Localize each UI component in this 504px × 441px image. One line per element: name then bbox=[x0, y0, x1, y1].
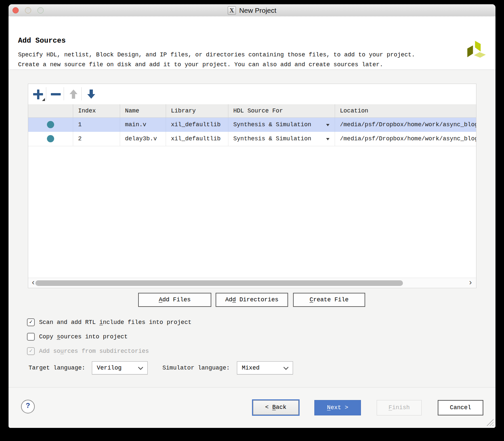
xilinx-logo-icon bbox=[465, 41, 486, 61]
cell-library[interactable]: xil_defaultlib bbox=[166, 132, 228, 146]
table-row[interactable]: 2 delay3b.v xil_defaultlib Synthesis & S… bbox=[28, 132, 476, 146]
wizard-header: Add Sources Specify HDL, netlist, Block … bbox=[9, 16, 495, 70]
cell-index: 1 bbox=[73, 118, 120, 132]
simulator-language-label: Simulator language: bbox=[162, 361, 230, 374]
verilog-file-icon bbox=[47, 135, 54, 142]
page-description-line1: Specify HDL, netlist, Block Design, and … bbox=[18, 50, 415, 60]
scroll-right-icon[interactable]: › bbox=[468, 278, 473, 288]
chevron-down-icon bbox=[138, 367, 143, 370]
column-header-index[interactable]: Index bbox=[73, 104, 120, 117]
add-subdirectories-checkbox: ✓ Add sources from subdirectories bbox=[27, 347, 149, 355]
cell-library[interactable]: xil_defaultlib bbox=[166, 118, 228, 132]
cell-hdl-source-for[interactable]: Synthesis & Simulation bbox=[228, 132, 335, 146]
chevron-down-icon bbox=[283, 367, 289, 370]
cell-hdl-source-for[interactable]: Synthesis & Simulation bbox=[228, 118, 335, 132]
language-options-row: Target language: Verilog Simulator langu… bbox=[9, 361, 495, 374]
add-source-button[interactable] bbox=[31, 87, 45, 101]
resize-grip[interactable] bbox=[486, 419, 494, 426]
scan-rtl-include-checkbox[interactable]: ✓ Scan and add RTL include files into pr… bbox=[27, 318, 192, 326]
target-language-label: Target language: bbox=[29, 361, 85, 374]
back-button[interactable]: < Back bbox=[252, 399, 300, 416]
window-title: New Project bbox=[239, 7, 276, 14]
add-dropdown-arrow-icon bbox=[42, 98, 45, 101]
verilog-file-icon bbox=[47, 121, 54, 128]
target-language-select[interactable]: Verilog bbox=[92, 361, 148, 374]
dropdown-arrow-icon[interactable] bbox=[326, 138, 329, 140]
page-description-line2: Create a new source file on disk and add… bbox=[18, 60, 415, 70]
remove-source-button[interactable] bbox=[49, 87, 63, 101]
checkbox-label: Scan and add RTL include files into proj… bbox=[39, 319, 192, 326]
checkbox-label: Add sources from subdirectories bbox=[39, 348, 149, 354]
column-header-library[interactable]: Library bbox=[166, 104, 228, 117]
checkbox-checked-icon[interactable]: ✓ bbox=[27, 318, 35, 326]
table-row[interactable]: 1 main.v xil_defaultlib Synthesis & Simu… bbox=[28, 118, 476, 132]
title-bar: X New Project bbox=[9, 4, 495, 17]
add-files-button[interactable]: Add Files bbox=[138, 293, 211, 307]
cancel-button[interactable]: Cancel bbox=[438, 400, 483, 415]
sources-toolbar bbox=[28, 84, 476, 105]
wizard-footer: ? < Back Next > Finish Cancel bbox=[9, 387, 495, 428]
cell-name: delay3b.v bbox=[120, 132, 166, 146]
help-button[interactable]: ? bbox=[21, 400, 35, 413]
cell-name: main.v bbox=[120, 118, 166, 132]
scroll-left-icon[interactable]: ‹ bbox=[31, 278, 35, 288]
sources-table-panel: Index Name Library HDL Source For Locati… bbox=[28, 84, 476, 288]
column-header-location[interactable]: Location bbox=[335, 104, 476, 117]
checkbox-checked-disabled-icon: ✓ bbox=[27, 347, 35, 355]
next-button[interactable]: Next > bbox=[314, 400, 361, 415]
move-up-button[interactable] bbox=[66, 87, 81, 101]
move-down-button[interactable] bbox=[84, 87, 98, 101]
cell-location: /media/psf/Dropbox/home/work/async_blog bbox=[335, 132, 476, 146]
table-header-row: Index Name Library HDL Source For Locati… bbox=[28, 104, 476, 118]
arrow-up-icon bbox=[69, 89, 78, 99]
horizontal-scrollbar[interactable]: ‹ › bbox=[28, 278, 476, 288]
simulator-language-select[interactable]: Mixed bbox=[237, 361, 293, 374]
dropdown-arrow-icon[interactable] bbox=[326, 124, 329, 126]
column-header-name[interactable]: Name bbox=[120, 104, 166, 117]
finish-button: Finish bbox=[377, 400, 422, 415]
new-project-dialog: X New Project Add Sources Specify HDL, n… bbox=[9, 4, 495, 428]
scrollbar-thumb[interactable] bbox=[35, 280, 403, 286]
column-header-hdl-source-for[interactable]: HDL Source For bbox=[228, 104, 335, 117]
x11-app-icon: X bbox=[228, 6, 236, 15]
add-directories-button[interactable]: Add Directories bbox=[216, 293, 288, 307]
column-header-icon[interactable] bbox=[28, 104, 73, 117]
cell-index: 2 bbox=[73, 132, 120, 146]
checkbox-label: Copy sources into project bbox=[39, 333, 128, 340]
cell-location: /media/psf/Dropbox/home/work/async_blog bbox=[335, 118, 476, 132]
copy-sources-checkbox[interactable]: Copy sources into project bbox=[27, 333, 128, 341]
page-title: Add Sources bbox=[18, 37, 66, 45]
arrow-down-icon bbox=[87, 89, 96, 99]
checkbox-unchecked-icon[interactable] bbox=[27, 333, 35, 341]
create-file-button[interactable]: Create File bbox=[293, 293, 365, 307]
